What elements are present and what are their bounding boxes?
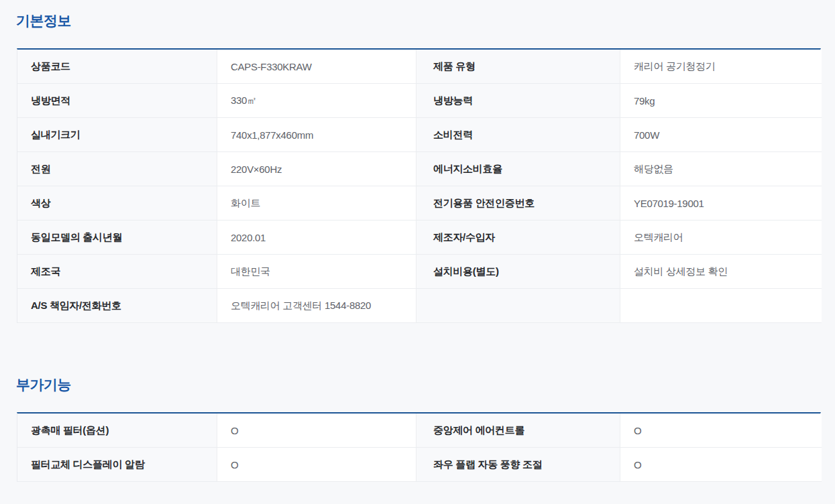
spec-value: 700W: [620, 118, 822, 152]
spec-value: 캐리어 공기청정기: [620, 50, 822, 84]
spec-label: A/S 책임자/전화번호: [17, 289, 217, 323]
spec-label: 제조자/수입자: [416, 220, 620, 255]
spec-value: 79kg: [620, 84, 822, 118]
spec-label: 중앙제어 에어컨트롤: [416, 414, 620, 448]
spec-value: [620, 289, 822, 323]
spec-label: 실내기크기: [17, 118, 217, 152]
spec-value: 해당없음: [620, 152, 822, 186]
spec-value: 2020.01: [217, 220, 416, 255]
spec-label: 에너지소비효율: [416, 152, 620, 186]
spec-value: 화이트: [217, 186, 416, 220]
section-title: 부가기능: [16, 376, 822, 393]
spec-label: 설치비용(별도): [416, 255, 620, 289]
spec-label: 색상: [17, 186, 217, 220]
spec-section-2: 부가기능광촉매 필터(옵션)O중앙제어 에어컨트롤O필터교체 디스플레이 알람O…: [17, 376, 822, 482]
spec-label: 상품코드: [17, 50, 217, 84]
spec-label: 소비전력: [416, 118, 620, 152]
spec-value: O: [620, 448, 822, 482]
spec-label: 필터교체 디스플레이 알람: [17, 448, 217, 482]
spec-value: 설치비 상세정보 확인: [620, 255, 822, 289]
spec-label: 전원: [17, 152, 217, 186]
spec-table: 광촉매 필터(옵션)O중앙제어 에어컨트롤O필터교체 디스플레이 알람O좌우 플…: [17, 412, 821, 482]
product-spec-page: 기본정보상품코드CAPS-F330KRAW제품 유형캐리어 공기청정기냉방면적3…: [0, 0, 835, 504]
spec-value: YE07019-19001: [620, 186, 822, 220]
spec-label: 전기용품 안전인증번호: [416, 186, 620, 220]
spec-label: 제품 유형: [416, 50, 620, 84]
spec-label: 냉방능력: [416, 84, 620, 118]
spec-label: 동일모델의 출시년월: [17, 220, 217, 255]
spec-label: 제조국: [17, 255, 217, 289]
section-title: 기본정보: [16, 12, 822, 29]
spec-value: 220V×60Hz: [217, 152, 416, 186]
spec-label: [416, 289, 620, 323]
spec-table: 상품코드CAPS-F330KRAW제품 유형캐리어 공기청정기냉방면적330㎡냉…: [17, 48, 821, 323]
spec-label: 좌우 플랩 자동 풍향 조절: [416, 448, 620, 482]
spec-section-1: 기본정보상품코드CAPS-F330KRAW제품 유형캐리어 공기청정기냉방면적3…: [17, 12, 822, 323]
spec-value: 대한민국: [217, 255, 416, 289]
spec-value: CAPS-F330KRAW: [217, 50, 416, 84]
spec-value: 330㎡: [217, 84, 416, 118]
spec-label: 광촉매 필터(옵션): [17, 414, 217, 448]
spec-label: 냉방면적: [17, 84, 217, 118]
spec-value: 오텍캐리어: [620, 220, 822, 255]
spec-value: 오텍캐리어 고객센터 1544-8820: [217, 289, 416, 323]
spec-value: 740x1,877x460mm: [217, 118, 416, 152]
spec-value: O: [217, 448, 416, 482]
spec-value: O: [217, 414, 416, 448]
spec-value: O: [620, 414, 822, 448]
